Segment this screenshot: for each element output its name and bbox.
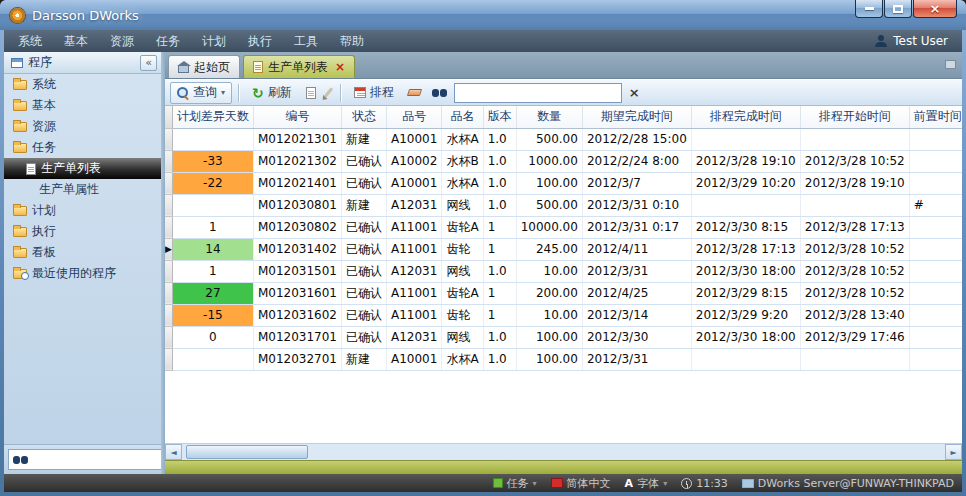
- table-row[interactable]: -22M012021401已确认A10001水杯A1.0100.002012/3…: [165, 172, 962, 194]
- minimize-button[interactable]: [855, 0, 883, 18]
- current-row-indicator: ▶: [165, 238, 172, 260]
- clear-filter-button[interactable]: ×: [625, 82, 644, 104]
- folder-icon: [13, 143, 27, 153]
- sidebar-item-任务[interactable]: 任务: [4, 137, 161, 158]
- menu-item-计划[interactable]: 计划: [202, 33, 226, 50]
- sidebar-item-执行[interactable]: 执行: [4, 221, 161, 242]
- cell-前置时间: [909, 304, 962, 326]
- cell-计划差异天数: -22: [172, 172, 253, 194]
- table-row[interactable]: M012021301新建A10001水杯A1.0500.002012/2/28 …: [165, 128, 962, 150]
- row-indicator: [165, 216, 172, 238]
- sidebar-item-系统[interactable]: 系统: [4, 74, 161, 95]
- schedule-button[interactable]: 排程: [347, 82, 401, 104]
- folder-icon: [13, 122, 27, 132]
- query-dropdown-icon[interactable]: ▾: [221, 88, 225, 97]
- menu-items: 系统基本资源任务计划执行工具帮助: [18, 33, 386, 50]
- statusbar-language[interactable]: 简体中文: [551, 476, 611, 491]
- row-indicator: [165, 304, 172, 326]
- menu-item-执行[interactable]: 执行: [248, 33, 272, 50]
- table-row[interactable]: 27M012031601已确认A11001齿轮A1200.002012/4/25…: [165, 282, 962, 304]
- table-row[interactable]: 1M012031501已确认A12031网线1.010.002012/3/312…: [165, 260, 962, 282]
- column-header-排程完成时间[interactable]: 排程完成时间: [691, 106, 800, 128]
- unschedule-button[interactable]: [404, 82, 425, 104]
- cell-排程开始时间: 2012/3/28 17:13: [800, 216, 909, 238]
- row-indicator: [165, 260, 172, 282]
- table-row[interactable]: -15M012031602已确认A11001齿轮110.002012/3/142…: [165, 304, 962, 326]
- pin-icon[interactable]: [945, 60, 956, 69]
- task-dropdown-icon[interactable]: ▾: [533, 479, 537, 488]
- maximize-button[interactable]: [884, 0, 912, 18]
- menu-item-系统[interactable]: 系统: [18, 33, 42, 50]
- cell-期望完成时间: 2012/3/31 0:17: [582, 216, 691, 238]
- schedule-button-label: 排程: [370, 84, 394, 101]
- orders-table: 计划差异天数编号状态品号品名版本数量期望完成时间排程完成时间排程开始时间前置时间…: [165, 106, 962, 371]
- sidebar-item-最近使用的程序[interactable]: 最近使用的程序: [4, 263, 161, 284]
- cell-编号: M012031402: [253, 238, 341, 260]
- menu-item-帮助[interactable]: 帮助: [340, 33, 364, 50]
- sidebar-collapse-button[interactable]: «: [140, 55, 157, 71]
- menu-item-基本[interactable]: 基本: [64, 33, 88, 50]
- user-box[interactable]: Test User: [875, 34, 948, 48]
- language-icon: [551, 478, 563, 488]
- new-button[interactable]: [302, 82, 320, 104]
- folder-icon: [13, 248, 27, 258]
- cell-前置时间: [909, 128, 962, 150]
- table-row[interactable]: M012030801新建A12031网线1.0500.002012/3/31 0…: [165, 194, 962, 216]
- statusbar-task[interactable]: 任务 ▾: [493, 476, 537, 491]
- column-header-计划差异天数[interactable]: 计划差异天数: [172, 106, 253, 128]
- cell-版本: 1: [483, 304, 516, 326]
- sidebar-item-资源[interactable]: 资源: [4, 116, 161, 137]
- tab-起始页[interactable]: 起始页: [168, 55, 240, 78]
- table-row[interactable]: M012032701新建A10001水杯A1.0100.002012/3/31: [165, 348, 962, 370]
- sidebar-item-计划[interactable]: 计划: [4, 200, 161, 221]
- cell-版本: 1: [483, 282, 516, 304]
- sidebar-item-基本[interactable]: 基本: [4, 95, 161, 116]
- column-header-排程开始时间[interactable]: 排程开始时间: [800, 106, 909, 128]
- sidebar-item-看板[interactable]: 看板: [4, 242, 161, 263]
- column-header-数量[interactable]: 数量: [516, 106, 582, 128]
- sidebar-search-input[interactable]: [32, 451, 161, 468]
- table-row[interactable]: -33M012021302已确认A10002水杯B1.01000.002012/…: [165, 150, 962, 172]
- refresh-button[interactable]: ↻ 刷新: [245, 82, 299, 104]
- filter-input[interactable]: [454, 83, 622, 103]
- tab-生产单列表[interactable]: 生产单列表×: [243, 55, 355, 78]
- app-body: 程序 « 系统基本资源任务生产单列表生产单属性计划执行看板最近使用的程序 × 起…: [4, 52, 962, 474]
- column-header-品名[interactable]: 品名: [442, 106, 483, 128]
- cell-编号: M012021301: [253, 128, 341, 150]
- statusbar: 任务 ▾ 简体中文 A 字体 ▾ 11:33 DWorks Server@FUN…: [4, 474, 962, 492]
- scrollbar-thumb[interactable]: [186, 445, 308, 459]
- table-row[interactable]: 0M012031701已确认A12031网线1.0100.002012/3/30…: [165, 326, 962, 348]
- column-header-期望完成时间[interactable]: 期望完成时间: [582, 106, 691, 128]
- titlebar[interactable]: Darsson DWorks ×: [0, 0, 966, 30]
- sidebar-search-strip: ×: [4, 444, 161, 474]
- column-header-版本[interactable]: 版本: [483, 106, 516, 128]
- table-row[interactable]: ▶14M012031402已确认A11001齿轮1245.002012/4/11…: [165, 238, 962, 260]
- sidebar-search-box[interactable]: ×: [8, 449, 161, 470]
- find-icon: [13, 456, 28, 464]
- close-button[interactable]: ×: [913, 0, 957, 18]
- cell-排程开始时间: [800, 348, 909, 370]
- edit-button[interactable]: [323, 82, 334, 104]
- scroll-right-button[interactable]: ►: [945, 444, 962, 460]
- sidebar-item-生产单属性[interactable]: 生产单属性: [4, 179, 161, 200]
- menu-item-工具[interactable]: 工具: [294, 33, 318, 50]
- find-button[interactable]: [428, 82, 451, 104]
- scroll-left-button[interactable]: ◄: [165, 444, 182, 460]
- column-header-编号[interactable]: 编号: [253, 106, 341, 128]
- tab-close-icon[interactable]: ×: [335, 61, 345, 73]
- statusbar-font[interactable]: A 字体 ▾: [625, 476, 668, 491]
- content-bottom-strip: [165, 460, 962, 474]
- cell-版本: 1.0: [483, 172, 516, 194]
- column-header-前置时间[interactable]: 前置时间: [909, 106, 962, 128]
- font-dropdown-icon[interactable]: ▾: [663, 479, 667, 488]
- cell-品号: A10002: [387, 150, 442, 172]
- column-header-状态[interactable]: 状态: [342, 106, 387, 128]
- table-row[interactable]: 1M012030802已确认A11001齿轮A110000.002012/3/3…: [165, 216, 962, 238]
- horizontal-scrollbar[interactable]: ◄ ►: [165, 443, 962, 460]
- search-icon: [177, 87, 189, 99]
- column-header-品号[interactable]: 品号: [387, 106, 442, 128]
- menu-item-任务[interactable]: 任务: [156, 33, 180, 50]
- query-button[interactable]: 查询 ▾: [170, 82, 232, 104]
- menu-item-资源[interactable]: 资源: [110, 33, 134, 50]
- sidebar-item-生产单列表[interactable]: 生产单列表: [4, 158, 161, 179]
